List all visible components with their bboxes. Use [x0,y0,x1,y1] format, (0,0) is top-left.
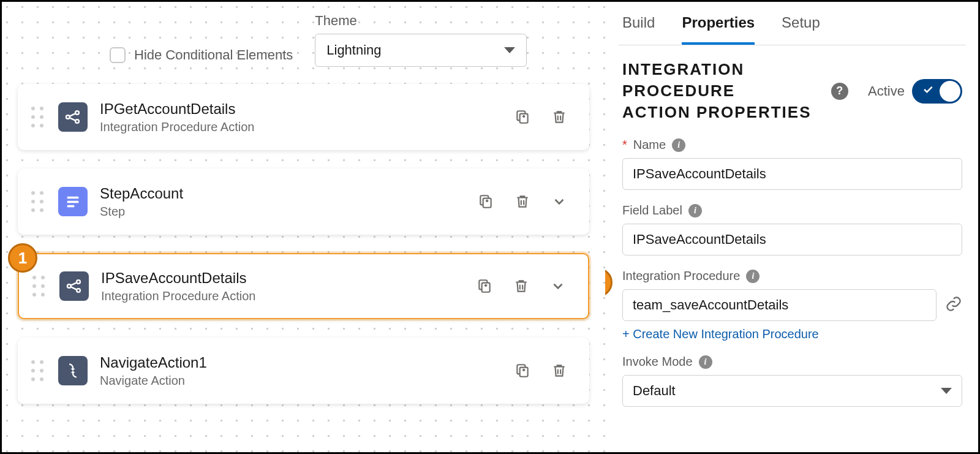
navigate-action-icon [58,356,88,385]
canvas-toolbar: Hide Conditional Elements Theme Lightnin… [18,13,589,67]
hide-conditional-checkbox[interactable] [110,47,126,63]
theme-select[interactable]: Lightning [315,34,527,67]
expand-button[interactable] [550,192,568,211]
svg-point-2 [75,119,79,123]
info-icon[interactable]: i [699,355,712,369]
ip-label: Integration Procedure i [622,269,962,283]
create-ip-link[interactable]: + Create New Integration Procedure [622,327,819,341]
element-subtitle: Integration Procedure Action [101,289,463,303]
check-icon [922,83,934,99]
svg-point-1 [75,111,79,115]
invoke-label-text: Invoke Mode [622,355,693,369]
element-card[interactable]: IPGetAccountDetails Integration Procedur… [18,84,589,150]
element-card[interactable]: StepAccount Step [18,168,589,235]
svg-point-11 [77,280,80,284]
element-actions [477,192,576,211]
ip-input-row [622,289,962,321]
duplicate-button[interactable] [477,192,495,211]
svg-point-0 [66,115,70,119]
info-icon[interactable]: i [688,204,702,218]
active-toggle-group: Active [868,79,962,104]
drag-handle-icon[interactable] [31,190,46,213]
chevron-down-icon [941,388,952,394]
field-label-text: Field Label [622,203,682,218]
element-actions [475,277,575,295]
integration-procedure-icon [58,102,88,132]
active-toggle[interactable] [912,79,962,104]
element-text: NavigateAction1 Navigate Action [100,354,501,388]
svg-point-12 [77,289,80,292]
element-title: IPGetAccountDetails [100,100,501,118]
panel-header: INTEGRATION PROCEDURE ACTION PROPERTIES … [622,59,962,123]
invoke-mode-field: Invoke Mode i Default [622,355,962,407]
link-icon[interactable] [945,295,962,315]
element-title: NavigateAction1 [100,354,501,371]
delete-button[interactable] [550,108,568,126]
duplicate-button[interactable] [513,108,532,126]
invoke-mode-value: Default [633,383,676,399]
integration-procedure-input[interactable] [622,289,937,321]
delete-button[interactable] [550,361,568,380]
panel-title: INTEGRATION PROCEDURE ACTION PROPERTIES [622,59,811,123]
theme-label: Theme [315,13,527,29]
tab-setup[interactable]: Setup [782,2,820,45]
name-field: * Name i [622,138,962,190]
field-label-label: Field Label i [622,203,962,218]
element-subtitle: Integration Procedure Action [100,120,501,134]
drag-handle-icon[interactable] [31,359,46,382]
callout-badge-2: 2 [605,268,612,297]
tab-build[interactable]: Build [622,2,655,45]
theme-value: Lightning [326,42,381,58]
required-star: * [622,138,627,152]
name-label: * Name i [622,138,962,152]
element-subtitle: Step [100,205,464,219]
ip-label-text: Integration Procedure [622,269,740,283]
element-card[interactable]: NavigateAction1 Navigate Action [18,338,589,404]
svg-rect-7 [67,205,75,208]
integration-procedure-icon [59,271,89,301]
element-actions [513,361,576,380]
panel-title-line3: ACTION PROPERTIES [622,103,811,121]
delete-button[interactable] [512,277,530,295]
svg-rect-5 [67,197,79,199]
step-icon [58,187,88,216]
element-text: IPGetAccountDetails Integration Procedur… [100,100,501,134]
active-label: Active [868,83,905,99]
field-label-field: Field Label i [622,203,962,255]
theme-field: Theme Lightning [315,13,527,67]
info-icon[interactable]: i [746,270,760,283]
drag-handle-icon[interactable] [31,105,46,129]
chevron-down-icon [504,47,515,53]
duplicate-button[interactable] [475,277,494,295]
help-icon[interactable]: ? [831,83,848,100]
name-input[interactable] [622,158,962,190]
properties-panel: Build Properties Setup INTEGRATION PROCE… [605,2,978,452]
hide-conditional-label: Hide Conditional Elements [134,47,293,63]
field-label-input[interactable] [622,224,962,255]
toggle-knob [940,81,960,102]
drag-handle-icon[interactable] [32,274,47,298]
invoke-mode-select[interactable]: Default [622,375,962,407]
panel-title-line2: PROCEDURE [622,81,735,100]
element-actions [513,108,576,126]
element-list: IPGetAccountDetails Integration Procedur… [18,84,589,404]
integration-procedure-field: 2 Integration Procedure i + Create New I… [622,269,962,341]
delete-button[interactable] [513,192,532,211]
properties-tabs: Build Properties Setup [619,2,966,45]
duplicate-button[interactable] [513,361,532,380]
panel-title-line1: INTEGRATION [622,60,744,78]
info-icon[interactable]: i [672,138,685,152]
element-title: StepAccount [100,185,464,202]
canvas: Hide Conditional Elements Theme Lightnin… [2,2,605,452]
element-card[interactable]: 1 IPSaveAccountDetails Integration Proce… [18,253,589,319]
name-label-text: Name [633,138,666,152]
expand-button[interactable] [549,277,567,295]
svg-point-10 [67,284,71,288]
tab-properties[interactable]: Properties [682,2,755,45]
svg-rect-6 [67,201,79,203]
hide-conditional-field: Hide Conditional Elements [110,47,293,63]
element-text: StepAccount Step [100,185,464,219]
element-subtitle: Navigate Action [100,374,501,388]
element-text: IPSaveAccountDetails Integration Procedu… [101,270,463,303]
element-title: IPSaveAccountDetails [101,270,463,287]
